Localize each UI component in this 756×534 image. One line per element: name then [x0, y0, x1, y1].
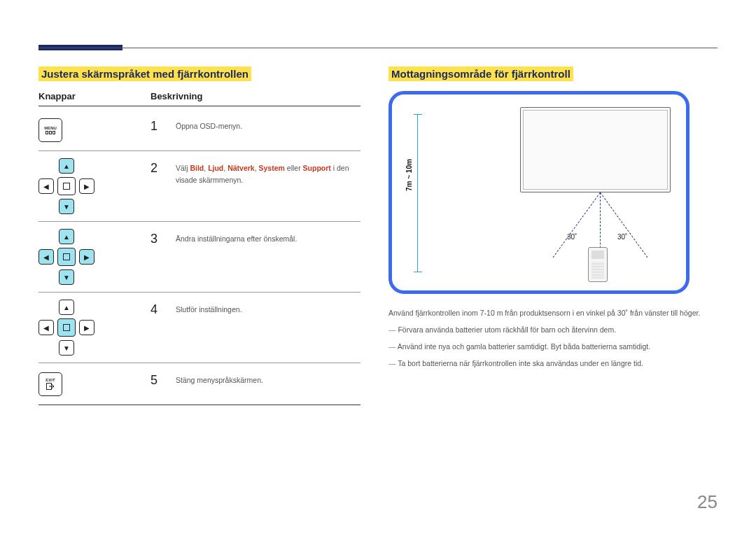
note-item: Ta bort batterierna när fjärrkontrollen …	[388, 357, 710, 371]
table-row: MENU 1 Öppna OSD-menyn.	[38, 109, 360, 151]
distance-line-icon	[417, 114, 418, 272]
exit-button-label: EXIT	[46, 378, 55, 382]
col-header-buttons: Knappar	[38, 91, 150, 101]
note-item: Förvara använda batterier utom räckhåll …	[388, 323, 710, 337]
step-number: 2	[150, 158, 176, 176]
menu-button-icon: MENU	[38, 118, 62, 142]
reception-diagram: 7m ~ 10m 30˚ 30˚	[388, 91, 690, 294]
left-section-title: Justera skärmspråket med fjärrkontrollen	[38, 66, 251, 81]
left-column: Justera skärmspråket med fjärrkontrollen…	[38, 66, 360, 405]
note-item: Använd inte nya och gamla batterier samt…	[388, 340, 710, 354]
dpad-center-icon: ▲ ▼ ◀ ▶	[38, 300, 94, 356]
exit-button-icon: EXIT	[38, 372, 62, 396]
main-instruction: Använd fjärrkontrollen inom 7-10 m från …	[388, 307, 710, 321]
angle-left-label: 30˚	[567, 233, 577, 241]
table-row: ▲ ▼ ◀ ▶ 2 Välj Bild, Ljud, Nätverk, Syst…	[38, 151, 360, 222]
step-description: Stäng menyspråkskärmen.	[176, 370, 360, 386]
remote-icon	[588, 247, 608, 282]
dpad-all-icon: ▲ ▼ ◀ ▶	[38, 229, 94, 285]
menu-button-label: MENU	[44, 126, 57, 130]
step-description: Öppna OSD-menyn.	[176, 116, 360, 132]
tv-icon	[520, 107, 671, 192]
step-number: 3	[150, 229, 176, 246]
right-body-text: Använd fjärrkontrollen inom 7-10 m från …	[388, 307, 710, 371]
step-description: Ändra inställningarna efter önskemål.	[176, 229, 360, 245]
table-header: Knappar Beskrivning	[38, 91, 360, 106]
step-number: 1	[150, 116, 176, 134]
angle-right-label: 30˚	[617, 233, 627, 241]
table-row: ▲ ▼ ◀ ▶ 4 Slutför inställningen.	[38, 293, 360, 363]
page-number: 25	[697, 491, 718, 513]
step-number: 4	[150, 300, 176, 317]
col-header-description: Beskrivning	[150, 91, 202, 101]
table-row: ▲ ▼ ◀ ▶ 3 Ändra inställningarna efter ön…	[38, 222, 360, 293]
right-column: Mottagningsområde för fjärrkontroll 7m ~…	[388, 66, 710, 405]
step-description: Välj Bild, Ljud, Nätverk, System eller S…	[176, 158, 360, 186]
right-section-title: Mottagningsområde för fjärrkontroll	[388, 66, 573, 81]
table-row: EXIT 5 Stäng menyspråkskärmen.	[38, 363, 360, 405]
step-description: Slutför inställningen.	[176, 300, 360, 316]
dpad-updown-icon: ▲ ▼ ◀ ▶	[38, 158, 94, 214]
distance-label: 7m ~ 10m	[405, 159, 413, 191]
step-number: 5	[150, 370, 176, 388]
exit-glyph-icon	[46, 383, 55, 390]
header-rule	[38, 48, 718, 48]
